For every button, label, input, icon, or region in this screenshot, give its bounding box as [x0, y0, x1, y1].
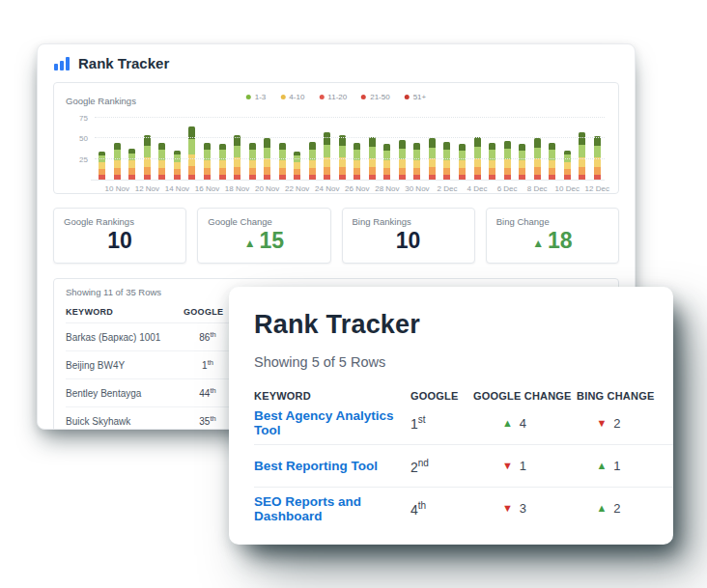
chart-bar[interactable]: 12 Nov [140, 118, 156, 180]
chart-bar[interactable] [125, 118, 140, 180]
card-row-count: Showing 5 of 5 Rows [254, 354, 673, 370]
chart-bar[interactable]: 4 Dec [469, 118, 485, 180]
gridline-25 [95, 158, 605, 159]
keyword-link[interactable]: Best Reporting Tool [254, 459, 410, 473]
change-value: 2 [613, 416, 620, 431]
chart-bar[interactable] [274, 118, 290, 180]
stacked-bar [324, 132, 330, 180]
bar-segment-51+ [174, 175, 181, 180]
legend-item-4-10[interactable]: 4-10 [280, 93, 304, 101]
bar-segment-51+ [594, 175, 601, 180]
legend-label: 1-3 [255, 93, 267, 101]
legend-dot-icon [319, 95, 324, 99]
stacked-bar-chart: 10 Nov12 Nov14 Nov16 Nov18 Nov20 Nov22 N… [95, 118, 605, 180]
bar-segment-11-20 [188, 154, 195, 166]
stat-card-label: Bing Rankings [353, 216, 465, 227]
chart-bar[interactable] [214, 118, 230, 180]
chart-bar[interactable]: 8 Dec [529, 118, 545, 180]
stacked-bar [549, 143, 555, 180]
chart-bar[interactable]: 2 Dec [439, 118, 455, 180]
chart-bar[interactable] [304, 118, 320, 180]
chart-bar[interactable] [95, 118, 110, 180]
bar-segment-51+ [429, 175, 436, 180]
chart-bar[interactable] [184, 118, 200, 180]
chart-bar[interactable] [515, 118, 530, 180]
card-table-row: Best Reporting Tool2nd▼1▲1 [254, 444, 673, 487]
bar-segment-11-20 [279, 160, 286, 169]
bar-segment-51+ [279, 175, 286, 180]
bar-segment-51+ [294, 175, 300, 180]
rank-ordinal-suffix: th [418, 500, 426, 511]
stat-card-google-change: Google Change▲15 [197, 208, 330, 264]
legend-item-51+[interactable]: 51+ [405, 93, 427, 101]
stacked-bar [443, 142, 450, 180]
google-change-cell: ▼3 [473, 501, 577, 516]
legend-item-1-3[interactable]: 1-3 [246, 93, 267, 101]
chart-bar[interactable]: 16 Nov [200, 118, 215, 180]
bar-segment-1-3 [489, 143, 495, 151]
bar-segment-51+ [114, 175, 121, 180]
bar-segment-4-10 [474, 147, 481, 158]
chart-bar[interactable]: 20 Nov [260, 118, 275, 180]
bar-segment-21-50 [279, 168, 286, 175]
x-axis-label: 22 Nov [285, 184, 309, 193]
chart-bar[interactable]: 14 Nov [170, 118, 185, 180]
bar-segment-1-3 [413, 143, 420, 151]
stacked-bar [174, 151, 181, 180]
stat-card-value: 10 [64, 228, 176, 254]
stat-card-bing-rankings: Bing Rankings10 [342, 208, 475, 264]
keyword-link[interactable]: Best Agency Analytics Tool [254, 408, 410, 437]
legend-label: 51+ [413, 93, 427, 101]
google-change-cell: ▲4 [473, 416, 577, 431]
card-table-body: Best Agency Analytics Tool1st▲4▼2Best Re… [254, 402, 673, 529]
chart-bar[interactable]: 22 Nov [290, 118, 305, 180]
chart-bar[interactable] [395, 118, 410, 180]
bar-segment-21-50 [383, 168, 390, 175]
chart-bar[interactable]: 30 Nov [410, 118, 425, 180]
card-table-row: SEO Reports and Dashboard4th▼3▲2 [254, 487, 673, 529]
bar-segment-51+ [413, 175, 420, 180]
chart-bar[interactable]: 10 Dec [559, 118, 575, 180]
stacked-bar [504, 141, 511, 180]
stat-card-label: Google Change [208, 216, 320, 227]
chart-bar[interactable]: 6 Dec [499, 118, 515, 180]
chart-bar[interactable] [425, 118, 440, 180]
bar-segment-11-20 [294, 162, 300, 169]
column-header-keyword: KEYWORD [254, 390, 410, 402]
chart-bar[interactable] [545, 118, 560, 180]
chart-bar[interactable]: 24 Nov [320, 118, 335, 180]
bar-segment-51+ [158, 175, 165, 180]
bar-segment-21-50 [264, 167, 270, 175]
chart-bar[interactable] [485, 118, 500, 180]
change-value: 4 [520, 416, 526, 431]
chart-bar[interactable] [575, 118, 590, 180]
legend-item-11-20[interactable]: 11-20 [319, 93, 347, 101]
chart-bar[interactable]: 26 Nov [350, 118, 365, 180]
chart-bar[interactable]: 10 Nov [110, 118, 126, 180]
legend-item-21-50[interactable]: 21-50 [361, 93, 389, 101]
keyword-link[interactable]: SEO Reports and Dashboard [254, 494, 410, 523]
triangle-down-icon: ▼ [502, 461, 513, 471]
stat-card-value: ▲18 [496, 228, 608, 254]
chart-bar[interactable]: 18 Nov [230, 118, 245, 180]
triangle-up-icon: ▲ [532, 237, 544, 250]
chart-bar[interactable]: 28 Nov [380, 118, 395, 180]
chart-bar[interactable] [244, 118, 260, 180]
bar-segment-1-3 [354, 143, 360, 151]
chart-bar[interactable] [365, 118, 381, 180]
chart-bars: 10 Nov12 Nov14 Nov16 Nov18 Nov20 Nov22 N… [95, 118, 605, 180]
stacked-bar [204, 143, 211, 180]
chart-bar[interactable] [455, 118, 470, 180]
keyword-cell: Bentley Bentayga [66, 388, 184, 399]
bar-segment-11-20 [249, 160, 256, 169]
x-axis-label: 12 Dec [585, 184, 609, 193]
bar-segment-4-10 [369, 147, 376, 158]
bar-segment-21-50 [519, 168, 525, 175]
chart-bar[interactable] [155, 118, 170, 180]
bar-segment-11-20 [519, 160, 525, 169]
chart-bar[interactable] [335, 118, 351, 180]
bar-segment-51+ [324, 175, 330, 180]
triangle-up-icon: ▲ [596, 503, 607, 514]
chart-bar[interactable]: 12 Dec [590, 118, 606, 180]
stacked-bar [114, 143, 121, 180]
